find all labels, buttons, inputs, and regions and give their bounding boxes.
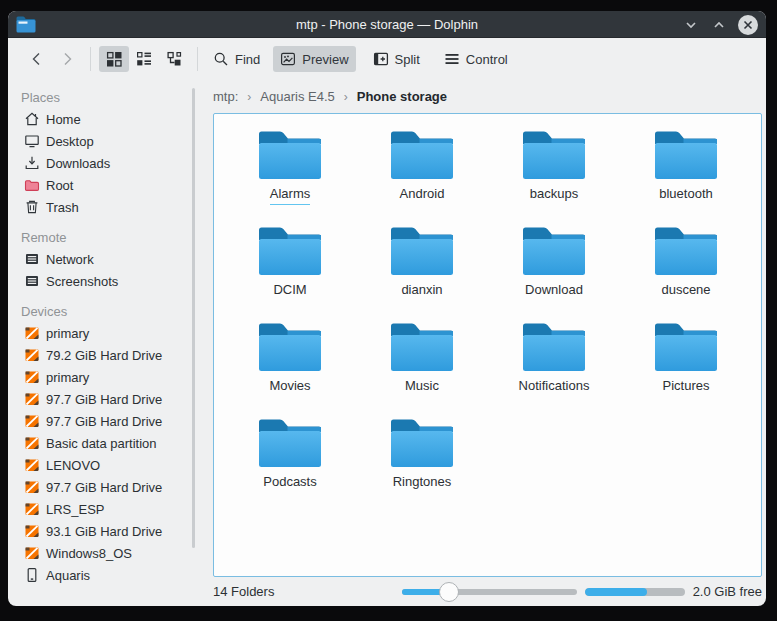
sidebar-scrollbar[interactable]: [192, 88, 195, 548]
close-button[interactable]: [738, 15, 758, 35]
details-view-button[interactable]: [129, 46, 159, 72]
folder-view[interactable]: Alarms: [213, 113, 762, 577]
folder-item[interactable]: Alarms: [224, 130, 356, 226]
folder-label: duscene: [661, 282, 710, 301]
drive-icon: [24, 325, 40, 341]
icons-view-button[interactable]: [99, 46, 129, 72]
sidebar-item-label: Downloads: [46, 156, 110, 171]
folder-item[interactable]: Download: [488, 226, 620, 322]
sidebar-item-label: LRS_ESP: [46, 502, 105, 517]
drive-icon: [24, 347, 40, 363]
drive-icon: [24, 545, 40, 561]
sidebar-item[interactable]: LENOVO: [8, 454, 196, 476]
devices-list: primary 79.2 GiB Hard Drive primary: [8, 322, 196, 586]
tree-view-button[interactable]: [159, 46, 189, 72]
folder-label: bluetooth: [659, 186, 713, 205]
folder-item[interactable]: Ringtones: [356, 418, 488, 514]
folder-item[interactable]: backups: [488, 130, 620, 226]
folder-item[interactable]: dianxin: [356, 226, 488, 322]
folder-icon: [258, 322, 322, 372]
red-folder-icon: [24, 177, 40, 193]
sidebar-item[interactable]: Desktop: [8, 130, 196, 152]
folder-icon: [258, 130, 322, 180]
zoom-slider[interactable]: [402, 582, 577, 602]
breadcrumb-device[interactable]: Aquaris E4.5: [260, 89, 334, 104]
free-space-label: 2.0 GiB free: [693, 584, 762, 599]
network-icon: [24, 251, 40, 267]
minimize-button[interactable]: [682, 16, 700, 34]
split-button[interactable]: Split: [366, 46, 427, 72]
preview-icon: [280, 51, 296, 67]
folder-icon: [390, 130, 454, 180]
folder-label: Android: [400, 186, 445, 205]
zoom-slider-handle[interactable]: [439, 582, 459, 602]
sidebar-item-label: 97.7 GiB Hard Drive: [46, 480, 162, 495]
breadcrumb-root[interactable]: mtp:: [213, 89, 238, 104]
toolbar-separator: [90, 47, 91, 71]
maximize-button[interactable]: [710, 16, 728, 34]
folder-label: Movies: [269, 378, 310, 397]
sidebar-item[interactable]: Network: [8, 248, 196, 270]
sidebar-item[interactable]: 93.1 GiB Hard Drive: [8, 520, 196, 542]
sidebar-item[interactable]: 79.2 GiB Hard Drive: [8, 344, 196, 366]
drive-icon: [24, 413, 40, 429]
remote-list: Network Screenshots: [8, 248, 196, 292]
sidebar-item[interactable]: Aquaris: [8, 564, 196, 586]
sidebar-item[interactable]: Home: [8, 108, 196, 130]
statusbar: 14 Folders 2.0 GiB free: [196, 577, 766, 606]
places-panel: Places Home Desktop Downloads: [8, 80, 196, 606]
folder-item[interactable]: duscene: [620, 226, 752, 322]
sidebar-item[interactable]: 97.7 GiB Hard Drive: [8, 388, 196, 410]
folder-item[interactable]: Podcasts: [224, 418, 356, 514]
split-label: Split: [395, 52, 420, 67]
sidebar-item[interactable]: LRS_ESP: [8, 498, 196, 520]
sidebar-item[interactable]: primary: [8, 366, 196, 388]
search-icon: [213, 51, 229, 67]
section-header-remote: Remote: [8, 226, 196, 248]
sidebar-item[interactable]: Trash: [8, 196, 196, 218]
window-title: mtp - Phone storage — Dolphin: [8, 17, 766, 32]
folder-item[interactable]: bluetooth: [620, 130, 752, 226]
folder-icon: [654, 226, 718, 276]
breadcrumb-current[interactable]: Phone storage: [357, 89, 447, 104]
sidebar-item-label: Trash: [46, 200, 79, 215]
details-view-icon: [136, 51, 152, 67]
folder-label: DCIM: [273, 282, 306, 301]
sidebar-item[interactable]: 97.7 GiB Hard Drive: [8, 410, 196, 432]
drive-icon: [24, 523, 40, 539]
folder-icon: [654, 322, 718, 372]
sidebar-item[interactable]: Downloads: [8, 152, 196, 174]
sidebar-item[interactable]: 97.7 GiB Hard Drive: [8, 476, 196, 498]
drive-icon: [24, 479, 40, 495]
sidebar-item[interactable]: Basic data partition: [8, 432, 196, 454]
phone-icon: [24, 567, 40, 583]
folder-icon: [390, 226, 454, 276]
sidebar-item-label: 93.1 GiB Hard Drive: [46, 524, 162, 539]
sidebar-item-label: Root: [46, 178, 73, 193]
capacity-fill: [585, 588, 647, 596]
titlebar[interactable]: mtp - Phone storage — Dolphin: [8, 11, 766, 38]
back-button[interactable]: [22, 46, 52, 72]
forward-button[interactable]: [52, 46, 82, 72]
drive-icon: [24, 501, 40, 517]
toolbar: Find Preview Split C: [8, 38, 766, 80]
sidebar-item[interactable]: Windows8_OS: [8, 542, 196, 564]
folder-icon: [258, 226, 322, 276]
control-button[interactable]: Control: [437, 46, 515, 72]
folder-item[interactable]: Pictures: [620, 322, 752, 418]
folder-grid: Alarms: [214, 114, 761, 514]
folder-icon: [522, 226, 586, 276]
folder-label: Music: [405, 378, 439, 397]
folder-item[interactable]: Movies: [224, 322, 356, 418]
folder-item[interactable]: Android: [356, 130, 488, 226]
sidebar-item[interactable]: Root: [8, 174, 196, 196]
sidebar-item[interactable]: primary: [8, 322, 196, 344]
sidebar-item[interactable]: Screenshots: [8, 270, 196, 292]
home-icon: [24, 111, 40, 127]
find-button[interactable]: Find: [206, 46, 267, 72]
folder-icon: [522, 130, 586, 180]
folder-item[interactable]: Notifications: [488, 322, 620, 418]
preview-button[interactable]: Preview: [273, 46, 355, 72]
folder-item[interactable]: DCIM: [224, 226, 356, 322]
folder-item[interactable]: Music: [356, 322, 488, 418]
